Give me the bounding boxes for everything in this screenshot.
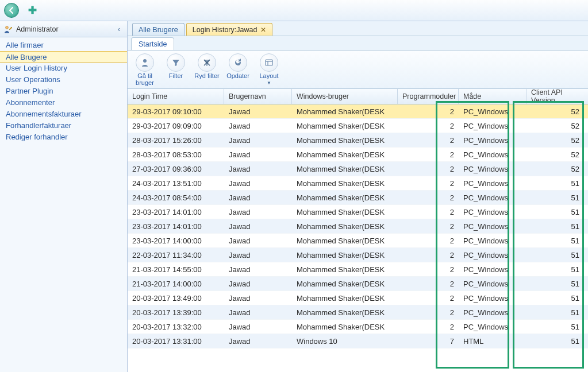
add-button[interactable]: ✚ [24,2,40,18]
sidebar-item-rediger-forhandler[interactable]: Rediger forhandler [0,131,127,143]
cell-programmoduler: 2 [398,277,459,290]
sidebar-item-forhandlerfakturaer[interactable]: Forhandlerfakturaer [0,120,127,131]
funnel-icon [167,53,185,72]
cell-client_api: 51 [526,291,584,305]
ribbon-button-label: Opdater [226,73,249,80]
table-row[interactable]: 22-03-2017 11:34:00JawadMohammed Shaker(… [128,248,588,262]
person-icon [136,53,154,72]
ribbon-tab-startside[interactable]: Startside [131,37,174,50]
cell-maade: PC_Windows [459,248,526,262]
table-row[interactable]: 21-03-2017 14:00:00JawadMohammed Shaker(… [128,277,588,291]
sidebar-item-label: Alle Brugere [6,53,47,61]
table-row[interactable]: 23-03-2017 14:00:00JawadMohammed Shaker(… [128,234,588,248]
content-tab-label: Alle Brugere [139,26,178,34]
cell-programmoduler: 2 [398,148,459,161]
cell-programmoduler: 2 [398,219,459,233]
back-button[interactable] [3,2,20,18]
sidebar-item-alle-firmaer[interactable]: Alle firmaer [0,40,127,51]
cell-client_api: 52 [526,162,584,176]
cell-windows_bruger: Mohammed Shaker(DESK [292,148,398,161]
cell-brugernavn: Jawad [224,262,292,276]
cell-login_time: 28-03-2017 08:53:00 [128,148,224,161]
cell-brugernavn: Jawad [224,305,292,319]
cell-windows_bruger: Windows 10 [292,334,398,348]
table-row[interactable]: 20-03-2017 13:39:00JawadMohammed Shaker(… [128,305,588,320]
cell-programmoduler: 2 [398,133,459,147]
cell-client_api: 51 [526,234,584,247]
ribbon-button-label: Layout [259,73,278,80]
svg-point-0 [6,26,9,29]
cell-maade: PC_Windows [459,205,526,219]
cell-windows_bruger: Mohammed Shaker(DESK [292,119,398,133]
table-row[interactable]: 23-03-2017 14:01:00JawadMohammed Shaker(… [128,219,588,234]
cell-programmoduler: 2 [398,176,459,190]
cell-login_time: 28-03-2017 15:26:00 [128,133,224,147]
cell-client_api: 52 [526,119,584,133]
sidebar-item-partner-plugin[interactable]: Partner Plugin [0,86,127,97]
layout-icon [260,53,278,72]
col-header-programmoduler[interactable]: Programmoduler [398,89,459,104]
sidebar-collapse[interactable]: ‹ [114,25,124,33]
sidebar-item-user-operations[interactable]: User Operations [0,74,127,86]
cell-login_time: 20-03-2017 13:39:00 [128,305,224,319]
cell-client_api: 51 [526,305,584,319]
cell-brugernavn: Jawad [224,119,292,133]
sidebar-item-alle-brugere[interactable]: Alle Brugere [0,51,127,63]
cell-maade: PC_Windows [459,148,526,161]
cell-brugernavn: Jawad [224,191,292,204]
cell-windows_bruger: Mohammed Shaker(DESK [292,176,398,190]
cell-maade: PC_Windows [459,277,526,290]
cell-client_api: 51 [526,320,584,334]
col-header-windows-bruger[interactable]: Windows-bruger [292,89,398,104]
table-row[interactable]: 28-03-2017 08:53:00JawadMohammed Shaker(… [128,148,588,162]
table-row[interactable]: 29-03-2017 09:10:00JawadMohammed Shaker(… [128,104,588,119]
sidebar-item-abonnementer[interactable]: Abonnementer [0,97,127,108]
cell-maade: PC_Windows [459,133,526,147]
table-row[interactable]: 24-03-2017 13:51:00JawadMohammed Shaker(… [128,176,588,191]
ribbon-button-go-to-user[interactable]: Gå til bruger [131,52,159,87]
cell-windows_bruger: Mohammed Shaker(DESK [292,133,398,147]
cell-brugernavn: Jawad [224,219,292,233]
cell-brugernavn: Jawad [224,277,292,290]
cell-login_time: 23-03-2017 14:01:00 [128,219,224,233]
col-header-login-time[interactable]: Login Time [128,89,224,104]
cell-maade: PC_Windows [459,191,526,204]
table-row[interactable]: 20-03-2017 13:32:00JawadMohammed Shaker(… [128,320,588,334]
cell-login_time: 21-03-2017 14:00:00 [128,277,224,290]
close-icon[interactable]: ✕ [260,26,266,33]
cell-windows_bruger: Mohammed Shaker(DESK [292,248,398,262]
cell-maade: PC_Windows [459,162,526,176]
sidebar-item-label: Abonnementsfakturaer [6,110,82,118]
cell-maade: PC_Windows [459,305,526,319]
ribbon-button-layout[interactable]: Layout▼ [255,52,283,87]
table-row[interactable]: 20-03-2017 13:31:00JawadWindows 107HTML5… [128,334,588,348]
table-row[interactable]: 27-03-2017 09:36:00JawadMohammed Shaker(… [128,162,588,176]
cell-brugernavn: Jawad [224,104,292,118]
cell-client_api: 51 [526,219,584,233]
sidebar-item-label: Forhandlerfakturaer [6,121,71,130]
col-header-client-api[interactable]: Client API Version [526,89,584,104]
cell-client_api: 51 [526,334,584,348]
col-header-brugernavn[interactable]: Brugernavn [224,89,292,104]
table-row[interactable]: 21-03-2017 14:55:00JawadMohammed Shaker(… [128,262,588,277]
data-grid[interactable]: Login Time Brugernavn Windows-bruger Pro… [128,89,588,372]
table-row[interactable]: 29-03-2017 09:09:00JawadMohammed Shaker(… [128,119,588,133]
cell-maade: PC_Windows [459,176,526,190]
ribbon-button-filter[interactable]: Filter [162,52,190,87]
content-tab-0[interactable]: Alle Brugere [132,23,185,36]
table-row[interactable]: 24-03-2017 08:54:00JawadMohammed Shaker(… [128,191,588,205]
table-row[interactable]: 20-03-2017 13:49:00JawadMohammed Shaker(… [128,291,588,305]
sidebar-item-abonnementsfakturaer[interactable]: Abonnementsfakturaer [0,108,127,120]
col-header-maade[interactable]: Måde [459,89,526,104]
ribbon-button-refresh[interactable]: Opdater [224,52,252,87]
sidebar-items: Alle firmaerAlle BrugereUser Login Histo… [0,37,127,145]
cell-programmoduler: 2 [398,191,459,204]
ribbon-button-clear-filter[interactable]: Ryd filter [193,52,221,87]
sidebar-item-user-login-history[interactable]: User Login History [0,63,127,74]
plus-icon: ✚ [28,5,37,16]
content-tab-1[interactable]: Login History:Jawad✕ [186,23,273,36]
sidebar: Administrator ‹ Alle firmaerAlle Brugere… [0,21,128,372]
table-row[interactable]: 23-03-2017 14:01:00JawadMohammed Shaker(… [128,205,588,219]
clear-funnel-icon [198,53,216,72]
table-row[interactable]: 28-03-2017 15:26:00JawadMohammed Shaker(… [128,133,588,148]
